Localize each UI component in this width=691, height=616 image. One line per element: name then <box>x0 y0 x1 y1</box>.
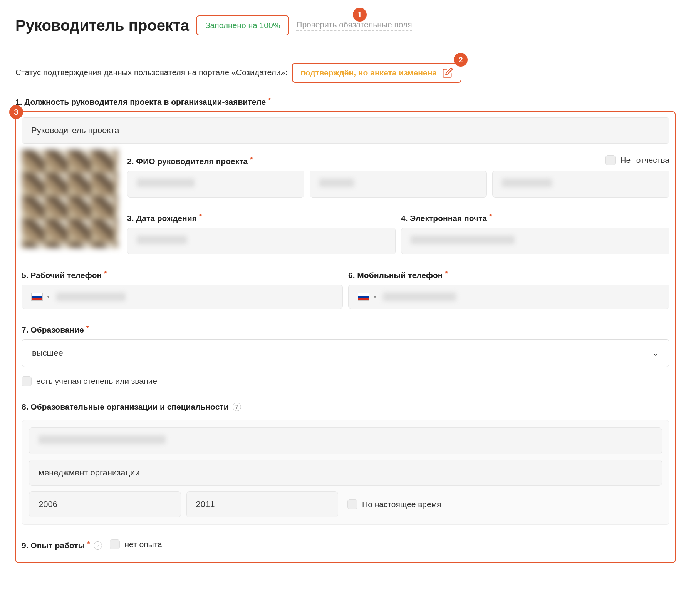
field-6-label: 6. Мобильный телефон* <box>348 271 669 280</box>
edu-year-start[interactable]: 2006 <box>29 491 181 517</box>
education-entry: менеджмент организации 2006 2011 По наст… <box>22 420 669 525</box>
completion-text: Заполнено на 100% <box>205 21 280 30</box>
callout-marker-2: 2 <box>454 53 468 67</box>
edu-org-input[interactable] <box>29 427 662 454</box>
mobile-phone-input[interactable]: ▾ <box>348 285 669 309</box>
edu-speciality-input[interactable]: менеджмент организации <box>29 460 662 486</box>
edit-icon[interactable] <box>442 67 453 78</box>
check-required-fields-link[interactable]: Проверить обязательные поля <box>296 20 412 31</box>
degree-label: есть ученая степень или звание <box>36 377 157 386</box>
field-7-label: 7. Образование* <box>22 325 89 335</box>
page-title: Руководитель проекта <box>15 17 189 34</box>
chevron-down-icon: ⌄ <box>652 348 659 358</box>
edu-present-checkbox[interactable] <box>347 499 357 509</box>
field-8-label: 8. Образовательные организации и специал… <box>22 402 241 412</box>
chevron-down-icon[interactable]: ▾ <box>374 295 376 299</box>
page-header: Руководитель проекта 1 Заполнено на 100%… <box>15 8 676 47</box>
firstname-input[interactable] <box>310 171 487 198</box>
education-select[interactable]: высшее ⌄ <box>22 339 669 367</box>
chevron-down-icon[interactable]: ▾ <box>47 295 49 299</box>
callout-marker-3: 3 <box>9 105 23 119</box>
degree-checkbox[interactable] <box>22 376 32 386</box>
no-experience-label: нет опыта <box>124 540 162 549</box>
callout-marker-1: 1 <box>353 8 367 22</box>
help-icon[interactable]: ? <box>233 403 241 411</box>
field-4-label: 4. Электронная почта* <box>401 214 669 223</box>
help-icon[interactable]: ? <box>94 541 102 550</box>
edu-present-label: По настоящее время <box>362 500 441 509</box>
no-patronymic-label: Нет отчества <box>620 156 669 165</box>
field-5-label: 5. Рабочий телефон* <box>22 271 343 280</box>
education-value: высшее <box>32 348 63 358</box>
no-experience-row[interactable]: нет опыта <box>110 539 162 549</box>
email-input[interactable] <box>401 228 669 254</box>
degree-checkbox-row[interactable]: есть ученая степень или звание <box>22 376 669 386</box>
flag-icon[interactable] <box>31 293 43 301</box>
no-experience-checkbox[interactable] <box>110 539 120 549</box>
verification-status-box: подтверждён, но анкета изменена 2 <box>292 63 461 83</box>
field-1-label: 1. Должность руководителя проекта в орга… <box>15 97 271 107</box>
field-2-label: 2. ФИО руководителя проекта* <box>127 157 253 166</box>
no-patronymic-checkbox[interactable] <box>605 155 616 165</box>
verification-status-line: Статус подтверждения данных пользователя… <box>15 63 676 83</box>
verification-status-text: подтверждён, но анкета изменена <box>300 68 437 77</box>
completion-badge: 1 Заполнено на 100% <box>196 15 289 35</box>
status-prefix: Статус подтверждения данных пользователя… <box>15 68 287 77</box>
main-form-box: 3 Руководитель проекта 2. ФИО руководите… <box>15 111 676 563</box>
no-patronymic-row[interactable]: Нет отчества <box>605 155 669 165</box>
field-9-label: 9. Опыт работы* ? <box>22 541 102 550</box>
edu-year-end[interactable]: 2011 <box>186 491 339 517</box>
avatar-image[interactable] <box>22 150 118 248</box>
birthdate-input[interactable] <box>127 228 396 254</box>
surname-input[interactable] <box>127 171 304 198</box>
position-input[interactable]: Руководитель проекта <box>22 117 669 144</box>
field-3-label: 3. Дата рождения* <box>127 214 396 223</box>
flag-icon[interactable] <box>358 293 369 301</box>
edu-present-row[interactable]: По настоящее время <box>347 499 441 509</box>
patronymic-input[interactable] <box>492 171 669 198</box>
work-phone-input[interactable]: ▾ <box>22 285 343 309</box>
